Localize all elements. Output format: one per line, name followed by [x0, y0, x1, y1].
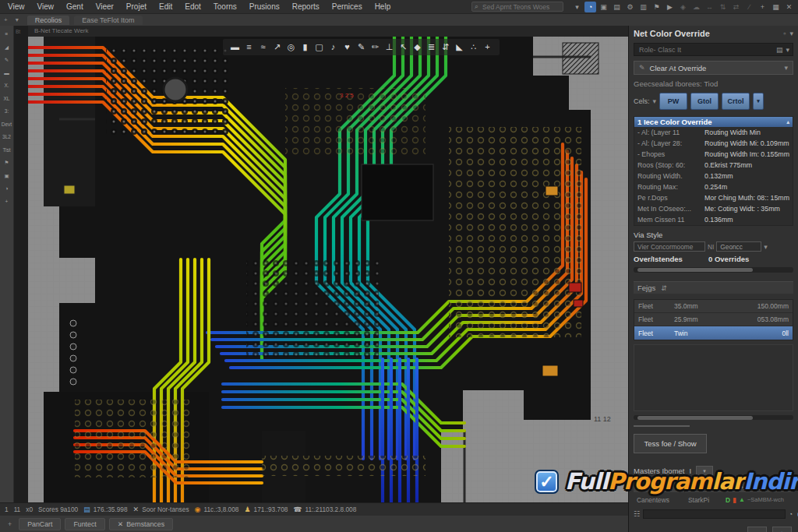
table-tool-icon[interactable]: ▦	[770, 2, 782, 12]
x-layer-tool[interactable]: X.	[4, 83, 9, 89]
list-row[interactable]: - EhopesRouting Width Im: 0.155mm	[634, 149, 793, 160]
list-row[interactable]: Roos (Stop: 60:0.Ekrist 775mm	[634, 160, 793, 171]
pcb-canvas[interactable]: 3 2 5 11 12 B-Net Tlecate Werk ▬ ≡ ≈ ↗ ◎…	[28, 26, 628, 502]
filter-icon[interactable]: ☷	[634, 510, 640, 518]
layer3l2-tool[interactable]: 3L2	[2, 135, 11, 140]
scrollbar-thumb[interactable]	[637, 268, 753, 272]
table-row[interactable]: Fleet 25.9mm 053.08mm	[634, 313, 793, 326]
chevron-down-icon[interactable]: ▾	[764, 243, 768, 251]
corner-tool-icon[interactable]: ◢	[5, 45, 9, 51]
list-header-selected[interactable]: 1 Iece Color Override ▴	[634, 117, 793, 127]
slash-tool-icon[interactable]: ∕	[743, 2, 755, 12]
clock-tool-icon[interactable]: ◔	[584, 2, 596, 12]
panel-view-button[interactable]: ▣	[747, 527, 767, 532]
rule-class-input[interactable]	[637, 45, 773, 55]
chevron-down-icon[interactable]: ▾	[789, 30, 793, 37]
pin-icon[interactable]: ▫	[783, 30, 786, 37]
nav-back-icon[interactable]: +	[0, 16, 12, 23]
list-row[interactable]: Met In COseeo:...Me: Coting Widt: : 35mm	[634, 203, 793, 214]
menu-tool-icon[interactable]: ≡	[5, 32, 9, 37]
cell-button-gtol[interactable]: Gtol	[690, 93, 719, 110]
flag-icon[interactable]: ⚑	[5, 160, 9, 166]
cell-more-button[interactable]: ▾	[753, 93, 764, 110]
wave-icon[interactable]: ≈	[258, 43, 268, 51]
filter-option-icon[interactable]: ◔	[789, 510, 793, 518]
flag-tool-icon[interactable]: ⚑	[651, 2, 662, 12]
contrast-icon[interactable]: ◑	[5, 186, 9, 192]
layers-tool-icon[interactable]: ▤	[611, 2, 623, 12]
horizontal-scrollbar[interactable]	[634, 415, 793, 420]
layer3-tool[interactable]: 3:	[5, 109, 9, 115]
tist-tool[interactable]: Tist	[2, 148, 10, 153]
menu-item[interactable]: Edit	[153, 2, 178, 11]
pen-tool-icon[interactable]: ✎	[5, 58, 9, 63]
pad-tool-icon[interactable]: ▮	[300, 43, 310, 51]
menu-item[interactable]: Toorns	[207, 2, 243, 11]
add-panel-icon[interactable]: +	[5, 520, 15, 528]
cursor-tool-icon[interactable]: ↖	[398, 43, 408, 51]
document-tab[interactable]: Ease TeFlot Itom	[74, 16, 142, 25]
anchor-tool-icon[interactable]: ⊥	[384, 43, 394, 51]
clear-override-button[interactable]: ✎ Clear At Override ▾	[634, 61, 793, 75]
diamond-tool-icon[interactable]: ◆	[412, 43, 422, 51]
global-search[interactable]: ⌕	[471, 2, 563, 12]
pencil-tool-icon[interactable]: ✏	[370, 43, 380, 51]
gear-icon[interactable]: ⚙	[624, 2, 636, 12]
menu-item[interactable]: View	[31, 2, 61, 11]
note-tool-icon[interactable]: ♪	[328, 43, 338, 51]
plus-tool-icon[interactable]: +	[482, 43, 493, 51]
test-show-button[interactable]: Tess foe / Show	[634, 434, 707, 453]
h-arrows-tool-icon[interactable]: ↔	[704, 2, 715, 12]
scroll-up-icon[interactable]: ▴	[786, 119, 789, 125]
panel-button[interactable]: ✕ Bernstances	[109, 518, 173, 530]
menu-item[interactable]: View	[2, 2, 31, 11]
grid-tool-icon[interactable]: ▥	[637, 2, 649, 12]
lines-icon[interactable]: ≡	[244, 43, 254, 51]
align-tool-icon[interactable]: ≣	[426, 43, 436, 51]
cloud-tool-icon[interactable]: ☁	[690, 2, 702, 12]
menu-item[interactable]: Edot	[178, 2, 207, 11]
heart-tool-icon[interactable]: ♥	[342, 43, 352, 51]
menu-item[interactable]: Projet	[120, 2, 153, 11]
table-row-selected[interactable]: Fleet Twin 0ll	[634, 326, 793, 340]
bar-tool-icon[interactable]: ▬	[4, 71, 9, 76]
menu-item[interactable]: Vieer	[90, 2, 120, 11]
list-row[interactable]: Routing Max:0.254m	[634, 181, 793, 192]
corner-tool-icon[interactable]: ◣	[454, 43, 464, 51]
v-arrows-tool-icon[interactable]: ⇅	[717, 2, 729, 12]
xl-layer-tool[interactable]: XL	[4, 97, 10, 102]
chevron-down-icon[interactable]: ▾	[786, 46, 789, 54]
menu-item[interactable]: Reports	[286, 2, 326, 11]
plus-icon[interactable]: +	[5, 199, 9, 205]
trash-icon[interactable]: ▤	[776, 46, 783, 54]
devt-tool[interactable]: Devt	[2, 122, 12, 128]
circle-tool-icon[interactable]: ◎	[286, 43, 296, 51]
swap-tool-icon[interactable]: ⇄	[730, 2, 742, 12]
via-name-field[interactable]: Vier Concormoome	[634, 241, 705, 252]
rect-tool-icon[interactable]: ▢	[314, 43, 324, 51]
list-row[interactable]: Pe r.DopsMor Ching Muth: 08:: 15mm	[634, 192, 793, 203]
panel-button[interactable]: PanCart	[19, 518, 61, 530]
dropdown-caret-icon[interactable]: ▾	[571, 2, 583, 12]
menu-item[interactable]: Pernices	[326, 2, 369, 11]
close-tool-icon[interactable]: ✕	[783, 2, 795, 12]
board-tool-icon[interactable]: ▣	[598, 2, 609, 12]
list-row[interactable]: - Al: (Layer 11Routing Width Min	[634, 127, 793, 138]
list-row[interactable]: Mem Cissen 110.136mm	[634, 214, 793, 225]
sort-icon[interactable]: ⇵	[661, 284, 667, 292]
nav-caret-icon[interactable]: ▾	[12, 16, 23, 23]
via-value-dropdown[interactable]: Geoncc	[716, 241, 761, 252]
filter-input[interactable]	[643, 509, 786, 519]
table-row[interactable]: Fleet 35.0mm 150.00mm	[634, 300, 793, 313]
document-tab[interactable]: Recolios	[27, 16, 70, 25]
run-tool-icon[interactable]: ▶	[664, 2, 676, 12]
menu-item[interactable]: Prusions	[243, 2, 286, 11]
sort-tool-icon[interactable]: ⇵	[440, 43, 450, 51]
horizontal-scrollbar[interactable]	[634, 267, 793, 273]
list-row[interactable]: - Al: (Layer 28:Routing Width Mi: 0.109m…	[634, 138, 793, 149]
panel-button[interactable]: Funtect	[65, 518, 104, 530]
flags-section-header[interactable]: Fejgs ⇵	[634, 281, 793, 294]
scrollbar-thumb[interactable]	[637, 416, 753, 420]
layer-stack-icon[interactable]: ▬	[230, 43, 240, 51]
diamond-tool-icon[interactable]: ◈	[677, 2, 689, 12]
